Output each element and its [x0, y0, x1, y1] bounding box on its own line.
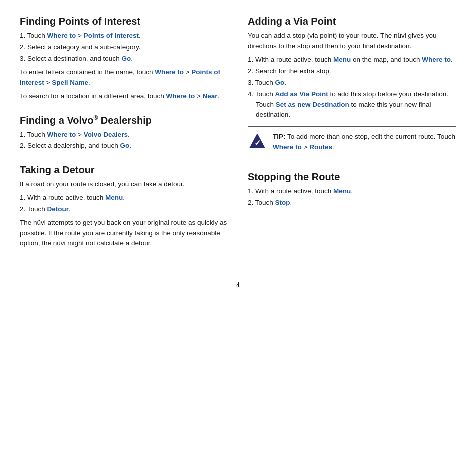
menu-link-1: Menu — [105, 194, 123, 201]
volvo-item-2: 2. Select a dealership, and touch Go. — [20, 141, 228, 151]
menu-link-3: Menu — [333, 187, 351, 195]
spell-name-link: Spell Name — [52, 79, 88, 86]
where-to-link-2: Where to — [155, 68, 184, 76]
stop-item-1: 1. With a route active, touch Menu. — [248, 186, 456, 197]
via-item-4: 4. Touch Add as Via Point to add this st… — [248, 89, 456, 121]
section-heading-via: Adding a Via Point — [248, 15, 456, 28]
tip-label: TIP: — [273, 133, 286, 140]
stop-link: Stop — [275, 199, 290, 206]
tip-box: ✓ TIP: To add more than one stop, edit t… — [248, 126, 456, 158]
where-to-link-5: Where to — [422, 56, 451, 63]
tip-content: TIP: To add more than one stop, edit the… — [273, 132, 456, 153]
add-via-point-link: Add as Via Point — [275, 90, 328, 98]
section-volvo-dealership: Finding a Volvo® Dealership 1. Touch Whe… — [20, 114, 228, 152]
right-column: Adding a Via Point You can add a stop (v… — [248, 15, 456, 261]
volvo-list: 1. Touch Where to > Volvo Dealers. 2. Se… — [20, 130, 228, 152]
where-to-link-3: Where to — [166, 92, 195, 100]
poi-list: 1. Touch Where to > Points of Interest. … — [20, 31, 228, 64]
go-link-3: Go — [275, 79, 285, 86]
detour-intro: If a road on your route is closed, you c… — [20, 179, 228, 190]
section-stopping-route: Stopping the Route 1. With a route activ… — [248, 170, 456, 208]
left-column: Finding Points of Interest 1. Touch Wher… — [20, 15, 228, 261]
section-heading-detour: Taking a Detour — [20, 163, 228, 176]
via-list: 1. With a route active, touch Menu on th… — [248, 55, 456, 121]
volvo-item-1: 1. Touch Where to > Volvo Dealers. — [20, 130, 228, 140]
page-number: 4 — [20, 281, 456, 289]
poi-item-1: 1. Touch Where to > Points of Interest. — [20, 31, 228, 41]
page-layout: Finding Points of Interest 1. Touch Wher… — [20, 15, 456, 261]
volvo-dealers-link: Volvo Dealers — [84, 131, 128, 138]
detour-list: 1. With a route active, touch Menu. 2. T… — [20, 193, 228, 215]
poi-item-3: 3. Select a destination, and touch Go. — [20, 54, 228, 64]
detour-item-1: 1. With a route active, touch Menu. — [20, 193, 228, 203]
via-intro: You can add a stop (via point) to your r… — [248, 31, 456, 52]
via-item-2: 2. Search for the extra stop. — [248, 66, 456, 77]
points-of-interest-link-2: Points of Interest — [20, 68, 220, 86]
section-detour: Taking a Detour If a road on your route … — [20, 163, 228, 249]
where-to-link-1: Where to — [47, 32, 76, 39]
where-to-link-4: Where to — [47, 131, 76, 138]
go-link-1: Go — [121, 55, 131, 62]
stop-item-2: 2. Touch Stop. — [248, 198, 456, 208]
menu-link-2: Menu — [333, 56, 351, 63]
detour-link: Detour — [47, 205, 69, 213]
routes-link: Routes — [309, 143, 332, 151]
poi-note-1: To enter letters contained in the name, … — [20, 67, 228, 88]
section-via-point: Adding a Via Point You can add a stop (v… — [248, 15, 456, 158]
detour-closing: The nüvi attempts to get you back on you… — [20, 218, 228, 249]
section-finding-poi: Finding Points of Interest 1. Touch Wher… — [20, 15, 228, 102]
poi-item-1-number: 1. — [20, 32, 27, 39]
go-link-2: Go — [120, 142, 129, 149]
detour-item-2: 2. Touch Detour. — [20, 204, 228, 215]
poi-note-2: To search for a location in a different … — [20, 91, 228, 102]
section-heading-volvo: Finding a Volvo® Dealership — [20, 114, 228, 127]
stop-list: 1. With a route active, touch Menu. 2. T… — [248, 186, 456, 208]
tip-icon: ✓ — [248, 132, 267, 151]
svg-text:✓: ✓ — [254, 139, 261, 147]
points-of-interest-link-1: Points of Interest — [84, 32, 139, 39]
near-link: Near — [203, 92, 218, 100]
poi-item-2: 2. Select a category and a sub-category. — [20, 42, 228, 53]
via-item-1: 1. With a route active, touch Menu on th… — [248, 55, 456, 65]
set-new-destination-link: Set as new Destination — [276, 101, 349, 108]
where-to-link-6: Where to — [273, 143, 302, 151]
section-heading-stop: Stopping the Route — [248, 170, 456, 183]
via-item-3: 3. Touch Go. — [248, 78, 456, 88]
section-heading-poi: Finding Points of Interest — [20, 15, 228, 28]
